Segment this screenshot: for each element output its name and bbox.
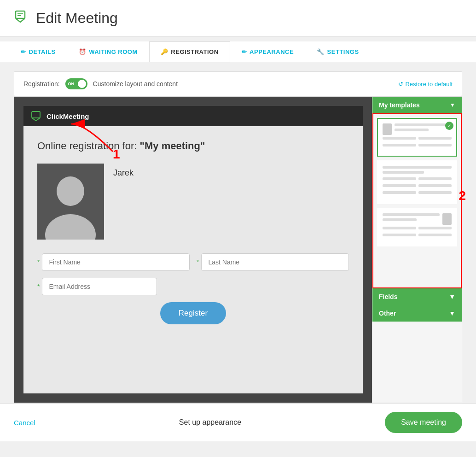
svg-rect-0 [16,11,25,18]
svg-rect-3 [32,111,40,118]
t1-line4 [383,144,416,146]
first-name-required: * [37,258,40,266]
templates-section-header[interactable]: My templates ▼ [372,97,462,113]
template1-lines [395,123,452,134]
t3-line1 [383,213,440,216]
tab-settings[interactable]: 🔧 SETTINGS [305,41,371,62]
clickmeeting-bar: ClickMeeting [23,106,363,126]
waiting-room-icon: ⏰ [79,48,87,55]
fields-arrow-icon: ▼ [449,293,455,300]
registration-label: Registration: [23,80,60,88]
template3-avatar [442,213,452,225]
tab-details[interactable]: ✏ DETAILS [9,41,67,62]
page-header: Edit Meeting [0,0,476,37]
toggle-circle [78,80,86,88]
t2-line7 [418,184,452,187]
t1-line3 [383,137,416,140]
registration-icon: 🔑 [161,48,168,55]
fields-label: Fields [379,293,397,300]
template-selected-check: ✓ [445,122,453,130]
clickmeeting-logo: ClickMeeting [31,111,89,122]
template-card-1[interactable]: ✓ [377,118,457,157]
form-row-name: * * [37,253,349,271]
template3-lines [383,213,440,223]
t3-line5 [418,227,452,229]
t3-line4 [383,234,416,236]
details-icon: ✏ [21,48,26,55]
t1-line6 [418,144,452,146]
email-required: * [37,283,40,290]
registration-toggle[interactable]: ON [65,78,87,89]
reg-bar-left: Registration: ON Customize layout and co… [23,78,178,89]
templates-list: ✓ [372,113,462,288]
template-card-3[interactable] [377,208,457,246]
t2-line1 [383,166,452,169]
templates-label: My templates [379,101,420,109]
fields-section-header[interactable]: Fields ▼ [372,288,462,305]
email-input[interactable] [42,278,157,295]
other-label: Other [379,310,396,317]
svg-point-5 [57,176,84,206]
t3-line3 [383,227,416,229]
t2-line3 [383,177,416,180]
tab-appearance[interactable]: ✏ APPEARANCE [230,41,306,62]
email-wrapper: * [37,278,157,295]
cancel-button[interactable]: Cancel [14,419,35,427]
template-card-2[interactable] [377,160,457,204]
content-area: ClickMeeting Online registration for: "M… [14,96,462,403]
restore-icon: ↺ [398,81,403,88]
t2-line5 [383,191,416,194]
preview-inner: Online registration for: "My meeting" Ja… [23,126,363,393]
t2-line2 [383,171,424,174]
right-panel: My templates ▼ ✓ [372,97,462,403]
form-row-email: * [37,278,349,295]
register-button[interactable]: Register [160,302,226,324]
save-meeting-button[interactable]: Save meeting [385,412,462,433]
customize-text: Customize layout and content [93,80,178,88]
tab-registration[interactable]: 🔑 REGISTRATION [149,41,230,62]
template1-avatar [383,123,392,135]
toggle-on-label: ON [68,82,75,86]
tab-bar: ✏ DETAILS ⏰ WAITING ROOM 🔑 REGISTRATION … [0,41,476,62]
t2-line6 [418,177,452,180]
restore-to-default-link[interactable]: ↺ Restore to default [398,81,453,88]
edit-meeting-icon [14,8,30,28]
fields-section: Fields ▼ [372,288,462,305]
last-name-input[interactable] [201,253,349,271]
page-title: Edit Meeting [36,10,118,27]
first-name-input[interactable] [42,253,190,271]
cm-logo-text: ClickMeeting [46,112,89,120]
t2-line4 [383,184,416,187]
t3-line2 [383,218,417,221]
t2-line8 [418,191,452,194]
t3-line6 [418,234,452,236]
settings-icon: 🔧 [317,48,325,55]
setup-appearance-text: Set up appearance [179,418,241,427]
preview-title: Online registration for: "My meeting" [37,140,349,152]
templates-section: My templates ▼ ✓ [372,97,462,288]
last-name-wrapper: * [197,253,349,271]
appearance-icon: ✏ [242,48,247,55]
other-section: Other ▼ [372,305,462,322]
other-section-header[interactable]: Other ▼ [372,305,462,322]
last-name-required: * [197,258,199,266]
templates-arrow-icon: ▼ [450,102,455,108]
host-name: Jarek [113,164,134,178]
t1-line5 [418,137,452,140]
preview-panel: ClickMeeting Online registration for: "M… [14,97,372,403]
registration-bar: Registration: ON Customize layout and co… [14,71,462,96]
tab-waiting-room[interactable]: ⏰ WAITING ROOM [67,41,149,62]
avatar-section: Jarek [37,164,349,240]
avatar-box [37,164,104,240]
first-name-wrapper: * [37,253,190,271]
t1-line2 [395,129,429,131]
meeting-name: "My meeting" [140,140,205,152]
t1-line1 [395,123,452,126]
footer: Cancel Set up appearance Save meeting [0,403,476,441]
main-content: Registration: ON Customize layout and co… [0,62,476,403]
other-arrow-icon: ▼ [449,310,455,317]
